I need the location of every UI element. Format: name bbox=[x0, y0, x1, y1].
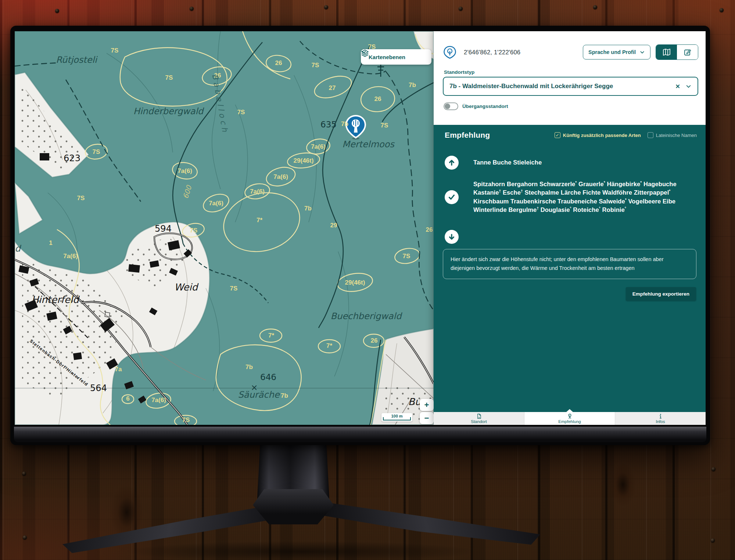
map-label: Mertelmoos bbox=[342, 139, 395, 149]
map-label: 7* bbox=[268, 332, 274, 339]
map-label: 7a(6) bbox=[151, 397, 166, 404]
toggle-knob bbox=[445, 104, 450, 109]
map-label: 7S bbox=[111, 47, 119, 54]
transition-toggle[interactable] bbox=[444, 102, 458, 110]
map-label: 26 bbox=[426, 226, 433, 233]
screw bbox=[190, 7, 194, 11]
map-label: 594 bbox=[155, 224, 172, 234]
map-label: 7a(6) bbox=[311, 143, 326, 150]
map-label: Rütjosteli bbox=[56, 55, 98, 65]
future-species-checkbox[interactable]: ✓ Künftig zusätzlich passende Arten bbox=[555, 132, 641, 138]
layers-button-label: Kartenebenen bbox=[369, 54, 427, 60]
clear-icon[interactable]: ✕ bbox=[675, 83, 680, 90]
arrow-down-circle-icon bbox=[445, 230, 459, 244]
map-label: 7S bbox=[77, 195, 85, 202]
zoom-in-button[interactable]: + bbox=[420, 399, 434, 411]
language-profile-button[interactable]: Sprache und Profil bbox=[583, 45, 650, 59]
desk-background: 7S7S26267S7S27267b7S7S7b7S7a(6)29(46t)7a… bbox=[0, 0, 735, 560]
screw bbox=[459, 7, 463, 11]
map-label: 564 bbox=[90, 383, 107, 393]
map-view-button[interactable] bbox=[656, 45, 677, 59]
map-label: 29(46t) bbox=[345, 279, 365, 286]
screw bbox=[55, 9, 59, 13]
check-circle-icon bbox=[445, 190, 459, 204]
map-label: 646 bbox=[260, 372, 276, 382]
zoom-control: + − bbox=[420, 399, 434, 425]
site-type-select[interactable]: 7b - Waldmeister-Buchenwald mit Lockeräh… bbox=[443, 77, 698, 96]
map-label: 7S bbox=[381, 122, 388, 129]
tab-standort[interactable]: Standort bbox=[434, 412, 524, 425]
map-label: 635 bbox=[320, 120, 337, 129]
map-label: Weid bbox=[174, 282, 199, 293]
tab-infos[interactable]: Infos bbox=[615, 412, 706, 425]
rising-species-row: Tanne Buche Stieleiche bbox=[445, 156, 696, 170]
map-label: Hinderbergwald bbox=[133, 106, 204, 116]
map-label: 623 bbox=[64, 153, 80, 163]
site-type-value: 7b - Waldmeister-Buchenwald mit Lockeräh… bbox=[449, 83, 675, 90]
checkbox-unchecked-icon bbox=[648, 132, 653, 138]
map-label: 7S bbox=[182, 416, 190, 423]
map-label: 26 bbox=[374, 95, 381, 102]
map-label: Säuräche bbox=[238, 390, 280, 400]
note-box: Hier ändert sich zwar die Höhenstufe nic… bbox=[443, 249, 696, 279]
tab-standort-label: Standort bbox=[471, 419, 487, 424]
bottom-navigation: Standort Empfehlung bbox=[434, 412, 706, 425]
map-label: Buechberigwald bbox=[331, 311, 403, 321]
map-layers-button[interactable]: Kartenebenen bbox=[361, 49, 431, 65]
monitor-bezel bbox=[14, 427, 706, 442]
map-label: 1 bbox=[49, 239, 52, 246]
chevron-down-icon[interactable] bbox=[685, 83, 692, 90]
site-type-label: Standortstyp bbox=[444, 69, 474, 75]
latin-names-checkbox[interactable]: Lateinische Namen bbox=[648, 132, 697, 138]
map-label: 7b bbox=[281, 392, 288, 399]
recommendation-header: Empfehlung ✓ Künftig zusätzlich passende… bbox=[445, 131, 697, 140]
future-species-label: Künftig zusätzlich passende Arten bbox=[563, 133, 641, 138]
chevron-down-icon bbox=[639, 50, 645, 55]
screw bbox=[324, 5, 328, 9]
screw bbox=[711, 467, 716, 471]
map-label: 7a bbox=[115, 366, 122, 373]
transition-toggle-row: Übergangsstandort bbox=[444, 102, 508, 110]
export-button[interactable]: Empfehlung exportieren bbox=[626, 287, 696, 301]
monitor: 7S7S26267S7S27267b7S7S7b7S7a(6)29(46t)7a… bbox=[10, 26, 710, 445]
map-label: 7b bbox=[341, 120, 348, 127]
tab-empfehlung-label: Empfehlung bbox=[558, 419, 581, 424]
tab-empfehlung[interactable]: Empfehlung bbox=[524, 412, 615, 425]
arrow-up-circle-icon bbox=[445, 156, 459, 170]
checkbox-checked-icon: ✓ bbox=[555, 132, 560, 138]
map-label: 7S bbox=[93, 148, 100, 155]
map-label: 7a(6) bbox=[209, 200, 223, 207]
map-label: 7b bbox=[409, 82, 416, 88]
declining-species-row bbox=[445, 230, 696, 244]
map-label: 27 bbox=[329, 84, 336, 91]
side-panel: 2'646'862, 1'222'606 Sprache und Profil bbox=[434, 31, 706, 425]
map-label: 26 bbox=[371, 337, 378, 344]
zoom-out-button[interactable]: − bbox=[420, 412, 434, 424]
map-label: 7a(6) bbox=[250, 188, 265, 195]
app-pin-logo-icon bbox=[443, 46, 456, 59]
recommendation-section: Empfehlung ✓ Künftig zusätzlich passende… bbox=[434, 125, 706, 412]
recommendation-title: Empfehlung bbox=[445, 131, 490, 140]
map-label: 26 bbox=[275, 59, 282, 66]
scale-bar: 100 m bbox=[381, 413, 412, 422]
monitor-stand-hub bbox=[253, 489, 334, 524]
map-label: 7* bbox=[326, 342, 332, 349]
map-label: 7S bbox=[190, 227, 198, 234]
map-label: 6 bbox=[126, 395, 129, 402]
tree-icon bbox=[567, 413, 573, 419]
document-icon bbox=[476, 413, 482, 419]
view-switcher bbox=[656, 44, 698, 60]
map-label: 7S bbox=[312, 62, 319, 69]
map-label: 7a(6) bbox=[178, 167, 192, 174]
info-icon bbox=[658, 413, 663, 419]
coordinates-row: 2'646'862, 1'222'606 Sprache und Profil bbox=[443, 44, 698, 61]
edit-icon bbox=[684, 48, 692, 56]
map-canvas[interactable]: 7S7S26267S7S27267b7S7S7b7S7a(6)29(46t)7a… bbox=[15, 31, 434, 425]
screw bbox=[22, 472, 26, 476]
latin-names-label: Lateinische Namen bbox=[656, 133, 697, 138]
wood-knot bbox=[610, 463, 636, 507]
edit-view-button[interactable] bbox=[677, 45, 698, 59]
coordinates-value: 2'646'862, 1'222'606 bbox=[464, 49, 520, 56]
map-label: 7S bbox=[230, 285, 238, 292]
tab-infos-label: Infos bbox=[656, 419, 665, 424]
